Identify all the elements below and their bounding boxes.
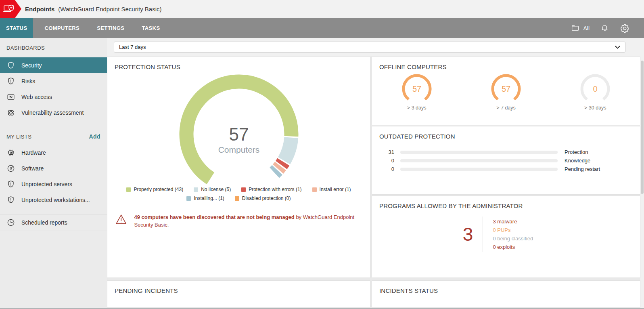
sidebar-item-label: Vulnerability assessment xyxy=(21,109,84,116)
outdated-row-pending-restart[interactable]: 0Pending restart xyxy=(372,165,640,173)
programs-allowed-panel: PROGRAMS ALLOWED BY THE ADMINISTRATOR 3 … xyxy=(372,195,640,278)
legend-item-properly-protected: Properly protected (43) xyxy=(126,187,183,192)
legend-swatch xyxy=(126,187,131,192)
sidebar-item-security[interactable]: Security xyxy=(0,57,107,73)
donut-segment-install-error xyxy=(278,166,280,169)
laptop-shield-icon xyxy=(3,3,15,15)
sidebar-item-web-access[interactable]: Web access xyxy=(0,89,107,105)
bar-label: Protection xyxy=(565,149,588,155)
my-lists-items: HardwareSoftwareUnprotected serversUnpro… xyxy=(0,145,107,208)
donut-center-label: Computers xyxy=(218,145,259,154)
sidebar-item-vulnerability-assessment[interactable]: Vulnerability assessment xyxy=(0,105,107,120)
main-navbar: STATUSCOMPUTERSSETTINGSTASKS All xyxy=(0,18,644,38)
gauge-label: > 7 days xyxy=(496,105,516,111)
protection-status-title: PROTECTION STATUS xyxy=(107,57,370,70)
sidebar-item-scheduled-reports[interactable]: Scheduled reports xyxy=(0,214,107,231)
pending-incidents-panel: PENDING INCIDENTS xyxy=(107,280,370,308)
gauge-value: 57 xyxy=(412,84,421,93)
gauge-arc: 57 xyxy=(487,72,525,105)
offline-computers-title: OFFLINE COMPUTERS xyxy=(372,57,640,70)
top-header: Endpoints (WatchGuard Endpoint Security … xyxy=(0,0,644,19)
add-list-button[interactable]: Add xyxy=(89,133,100,140)
tab-computers[interactable]: COMPUTERS xyxy=(38,18,86,38)
offline-gauge-3-days[interactable]: 57> 3 days xyxy=(372,72,461,111)
warning-text-bold: 49 computers have been discovered that a… xyxy=(134,214,294,220)
vertical-scrollbar xyxy=(640,38,644,308)
dashboard-content: PROTECTION STATUS 57 Computers Properly … xyxy=(107,57,640,308)
gauge-arc: 57 xyxy=(398,72,435,105)
incidents-status-title: INCIDENTS STATUS xyxy=(372,281,640,294)
settings-button[interactable] xyxy=(620,23,629,33)
legend-item-no-license: No license (5) xyxy=(194,187,231,192)
shield-exclamation-icon xyxy=(6,195,15,204)
endpoint-security-dashboard: Endpoints (WatchGuard Endpoint Security … xyxy=(0,0,644,309)
offline-gauges: 57> 3 days57> 7 days0> 30 days xyxy=(372,72,640,111)
legend-label: Disabled protection (0) xyxy=(242,195,291,201)
programs-item-0-being-classified[interactable]: 0 being classified xyxy=(493,235,533,243)
offline-gauge-30-days[interactable]: 0> 30 days xyxy=(551,72,640,111)
outdated-protection-panel: OUTDATED PROTECTION 31Protection0Knowled… xyxy=(372,126,640,195)
legend-swatch xyxy=(241,187,246,192)
bar-label: Knowledge xyxy=(565,158,590,164)
dashboards-section-title: DASHBOARDS xyxy=(0,38,107,57)
sidebar-item-label: Unprotected servers xyxy=(21,181,72,187)
gear-icon xyxy=(620,23,629,33)
filter-scope-button[interactable]: All xyxy=(571,24,590,32)
tab-tasks[interactable]: TASKS xyxy=(136,18,166,38)
sidebar-item-hardware[interactable]: Hardware xyxy=(0,145,107,160)
programs-item-0-pups[interactable]: 0 PUPs xyxy=(493,226,533,234)
programs-item-3-malware[interactable]: 3 malware xyxy=(493,218,533,226)
outdated-protection-title: OUTDATED PROTECTION xyxy=(372,126,640,140)
time-range-select[interactable]: Last 7 days xyxy=(114,42,625,53)
legend-swatch xyxy=(312,187,317,192)
unmanaged-computers-warning: 49 computers have been discovered that a… xyxy=(115,213,362,229)
watchguard-logo[interactable] xyxy=(0,0,21,18)
legend-label: Properly protected (43) xyxy=(134,187,183,192)
sidebar-item-label: Web access xyxy=(21,94,52,100)
sidebar-item-label: Hardware xyxy=(21,149,46,156)
shield-icon xyxy=(6,61,15,70)
legend-item-install-error: Install error (1) xyxy=(312,187,351,192)
sidebar-item-unprotected-workstations[interactable]: Unprotected workstations... xyxy=(0,192,107,208)
notifications-button[interactable] xyxy=(600,24,609,33)
programs-item-0-exploits[interactable]: 0 exploits xyxy=(493,243,533,251)
bar-value: 0 xyxy=(372,158,394,164)
sidebar-item-unprotected-servers[interactable]: Unprotected servers xyxy=(0,176,107,192)
programs-total-count[interactable]: 3 xyxy=(463,223,473,245)
sidebar-item-risks[interactable]: Risks xyxy=(0,73,107,89)
offline-gauge-7-days[interactable]: 57> 7 days xyxy=(461,72,550,111)
sidebar-item-software[interactable]: Software xyxy=(0,160,107,176)
programs-allowed-body: 3 3 malware0 PUPs0 being classified0 exp… xyxy=(372,217,624,252)
pending-incidents-title: PENDING INCIDENTS xyxy=(107,281,370,294)
folder-icon xyxy=(571,24,580,32)
legend-item-installing: Installing... (1) xyxy=(186,195,224,201)
vulnerability-icon xyxy=(6,108,15,117)
shield-exclamation-icon xyxy=(6,77,15,86)
tab-status[interactable]: STATUS xyxy=(0,18,33,38)
shield-exclamation-icon xyxy=(6,180,15,189)
gauge-value: 57 xyxy=(502,84,510,93)
tab-settings[interactable]: SETTINGS xyxy=(91,18,130,38)
suite-name: (WatchGuard Endpoint Security Basic) xyxy=(58,6,161,13)
nav-tabs: STATUSCOMPUTERSSETTINGSTASKS xyxy=(0,18,166,38)
sidebar-item-label: Security xyxy=(21,62,42,69)
web-access-icon xyxy=(6,92,15,101)
outdated-protection-bars: 31Protection0Knowledge0Pending restart xyxy=(372,148,640,173)
donut-segment-protection-with-errors xyxy=(281,162,283,165)
filter-bar: Last 7 days xyxy=(107,38,644,57)
gauge-label: > 30 days xyxy=(584,105,606,111)
bar-track xyxy=(400,151,558,154)
scrollbar-thumb[interactable] xyxy=(641,61,644,194)
outdated-row-knowledge[interactable]: 0Knowledge xyxy=(372,156,640,165)
sidebar-item-label: Software xyxy=(21,165,44,172)
programs-divider xyxy=(483,217,483,252)
sidebar-item-label: Scheduled reports xyxy=(21,219,67,226)
sidebar-item-label: Risks xyxy=(21,78,35,84)
protection-donut-chart: 57 Computers xyxy=(170,74,307,195)
gauge-value: 0 xyxy=(593,84,598,93)
legend-item-protection-with-errors: Protection with errors (1) xyxy=(241,187,301,192)
legend-label: Installing... (1) xyxy=(194,195,224,201)
product-name: Endpoints xyxy=(25,6,54,13)
donut-segment-installing xyxy=(274,170,277,173)
outdated-row-protection[interactable]: 31Protection xyxy=(372,148,640,156)
